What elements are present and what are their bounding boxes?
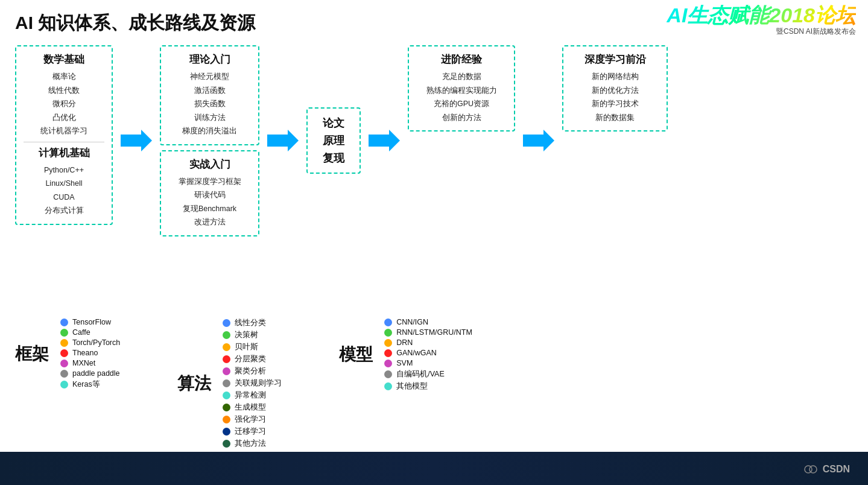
arrow1: [118, 130, 155, 151]
model-title: 模型: [339, 343, 373, 366]
list-item: 分层聚类: [223, 354, 282, 364]
mid-blocks: 理论入门 神经元模型激活函数损失函数训练方法梯度的消失溢出 实战入门 掌握深度学…: [160, 45, 259, 236]
dot-rnn: [384, 329, 392, 337]
csdn-text: CSDN: [823, 464, 850, 475]
algorithm-title: 算法: [177, 372, 211, 395]
list-item: SVM: [384, 359, 472, 367]
list-item: Keras等: [60, 379, 120, 390]
dot-transfer: [223, 428, 230, 436]
dot-paddle: [60, 370, 68, 378]
list-item: MXNet: [60, 359, 120, 367]
list-item: 自编码机/VAE: [384, 369, 472, 379]
dot-anomaly: [223, 391, 230, 399]
list-item: 强化学习: [223, 414, 282, 425]
advance-title: 进阶经验: [417, 52, 505, 66]
csdn-icon: [802, 461, 819, 478]
dot-rl: [223, 416, 230, 423]
arrow1-icon: [121, 130, 152, 151]
list-item: CNN/IGN: [384, 318, 472, 326]
left-block: 数学基础 概率论线性代数微积分凸优化统计机器学习 计算机基础 Python/C+…: [15, 45, 113, 225]
dot-linear: [223, 319, 230, 327]
deep-box: 深度学习前沿 新的网络结构新的优化方法新的学习技术新的数据集: [562, 45, 668, 132]
dot-other: [223, 440, 230, 448]
forum-logo: AI生态赋能2018论坛 暨CSDN AI新战略发布会: [667, 5, 856, 37]
list-item: Torch/PyTorch: [60, 338, 120, 347]
practical-items: 掌握深度学习框架研读代码复现Benchmark改进方法: [168, 175, 251, 229]
advance-items: 充足的数据熟练的编程实现能力充裕的GPU资源创新的方法: [417, 70, 505, 124]
dot-cluster2: [223, 367, 230, 375]
paper-box: 论文原理复现: [306, 107, 361, 174]
practical-box: 实战入门 掌握深度学习框架研读代码复现Benchmark改进方法: [160, 150, 259, 236]
dot-keras: [60, 381, 68, 388]
advance-box: 进阶经验 充足的数据熟练的编程实现能力充裕的GPU资源创新的方法: [408, 45, 515, 132]
list-item: DRN: [384, 338, 472, 347]
svg-marker-2: [121, 130, 152, 151]
flow-row: 数学基础 概率论线性代数微积分凸优化统计机器学习 计算机基础 Python/C+…: [15, 45, 853, 236]
page-title: AI 知识体系、成长路线及资源: [15, 11, 255, 36]
svg-marker-4: [369, 130, 400, 151]
dot-gan: [384, 349, 392, 357]
list-item: 决策树: [223, 330, 282, 340]
theory-box: 理论入门 神经元模型激活函数损失函数训练方法梯度的消失溢出: [160, 45, 259, 145]
page-wrapper: AI 知识体系、成长路线及资源 AI生态赋能2018论坛 暨CSDN AI新战略…: [0, 0, 868, 485]
deep-items: 新的网络结构新的优化方法新的学习技术新的数据集: [572, 70, 658, 124]
list-item: 异常检测: [223, 390, 282, 401]
arrow2: [264, 130, 302, 151]
forum-sub: 暨CSDN AI新战略发布会: [667, 27, 856, 37]
arrow3: [366, 130, 403, 151]
dot-mxnet: [60, 360, 68, 367]
dot-torch: [60, 339, 68, 347]
csdn-logo-area: CSDN: [802, 461, 850, 478]
dot-other-model: [384, 382, 392, 390]
list-item: paddle paddle: [60, 369, 120, 378]
list-item: RNN/LSTM/GRU/NTM: [384, 328, 472, 337]
dot-tensorflow: [60, 319, 68, 326]
dot-svm: [384, 360, 392, 367]
list-item: Caffe: [60, 328, 120, 337]
cs-items: Python/C++Linux/ShellCUDA分布式计算: [24, 163, 104, 218]
arrow2-icon: [267, 130, 299, 151]
arrow4-icon: [523, 130, 554, 151]
dot-bayes: [223, 343, 230, 351]
list-item: 生成模型: [223, 402, 282, 413]
dot-theano: [60, 349, 68, 357]
practical-title: 实战入门: [168, 157, 251, 171]
block-divider: [24, 142, 104, 142]
list-item: 聚类分析: [223, 366, 282, 376]
svg-marker-5: [523, 130, 554, 151]
arrow3-icon: [369, 130, 400, 151]
list-item: GAN/wGAN: [384, 349, 472, 357]
bottom-bar: [0, 452, 868, 485]
algorithm-section: 算法 线性分类 决策树 贝叶斯 分层聚类 聚类分析 关联规则学习 异常检测 生成…: [177, 318, 282, 449]
theory-items: 神经元模型激活函数损失函数训练方法梯度的消失溢出: [168, 70, 251, 138]
paper-text: 论文原理复现: [323, 115, 344, 166]
framework-title: 框架: [15, 343, 49, 366]
theory-title: 理论入门: [168, 52, 251, 66]
list-item: 关联规则学习: [223, 378, 282, 388]
framework-section: 框架 TensorFlow Caffe Torch/PyTorch Theano…: [15, 318, 120, 390]
list-item: 迁移学习: [223, 426, 282, 437]
list-item: 线性分类: [223, 318, 282, 328]
flow-diagram: 数学基础 概率论线性代数微积分凸优化统计机器学习 计算机基础 Python/C+…: [15, 45, 853, 236]
forum-title: AI生态赋能2018论坛: [667, 5, 856, 25]
algorithm-items: 线性分类 决策树 贝叶斯 分层聚类 聚类分析 关联规则学习 异常检测 生成模型 …: [223, 318, 282, 449]
list-item: 贝叶斯: [223, 342, 282, 352]
dot-ae: [384, 370, 392, 378]
dot-assoc: [223, 379, 230, 387]
math-title: 数学基础: [24, 52, 104, 66]
framework-items: TensorFlow Caffe Torch/PyTorch Theano MX…: [60, 318, 120, 390]
dot-cnn: [384, 319, 392, 326]
dot-caffe: [60, 329, 68, 337]
svg-marker-3: [267, 130, 299, 151]
list-item: TensorFlow: [60, 318, 120, 326]
math-items: 概率论线性代数微积分凸优化统计机器学习: [24, 70, 104, 138]
model-items: CNN/IGN RNN/LSTM/GRU/NTM DRN GAN/wGAN SV…: [384, 318, 472, 391]
list-item: 其他模型: [384, 381, 472, 391]
list-item: Theano: [60, 349, 120, 357]
arrow4: [520, 130, 557, 151]
model-section: 模型 CNN/IGN RNN/LSTM/GRU/NTM DRN GAN/wGAN…: [339, 318, 472, 391]
dot-drn: [384, 339, 392, 347]
deep-title: 深度学习前沿: [572, 52, 658, 66]
dot-gen: [223, 404, 230, 411]
cs-title: 计算机基础: [24, 146, 104, 160]
